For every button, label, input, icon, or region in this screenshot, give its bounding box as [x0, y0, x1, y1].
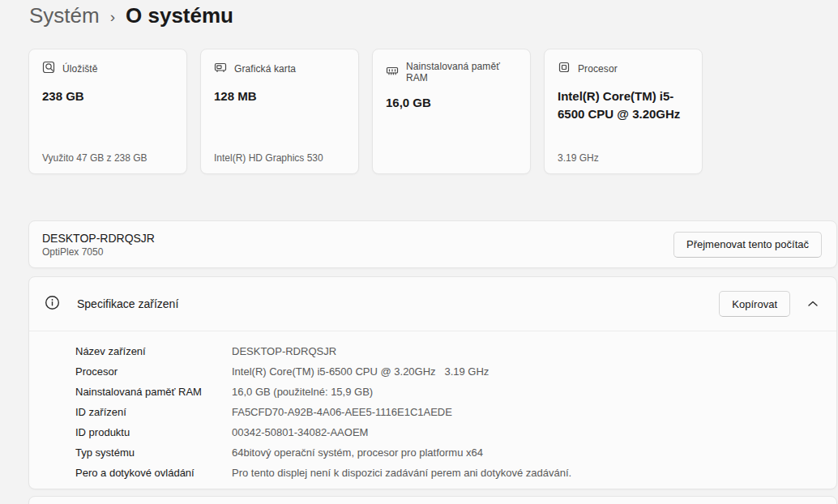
processor-card-label: Procesor — [578, 63, 618, 75]
graphics-card-label: Grafická karta — [234, 63, 296, 75]
settings-about-page: Systém › O systému Úložiště 238 GB Využi… — [0, 0, 838, 504]
device-specs-expander: Specifikace zařízení Kopírovat Název zař… — [28, 276, 837, 489]
spec-label: Procesor — [75, 365, 232, 378]
spec-value: DESKTOP-RDRQSJR — [232, 345, 336, 357]
spec-label: ID produktu — [75, 426, 232, 438]
spec-value: FA5CFD70-A92B-4A06-AEE5-1116E1C1AEDE — [232, 406, 452, 418]
spec-value: 00342-50801-34082-AAOEM — [232, 426, 368, 438]
storage-card[interactable]: Úložiště 238 GB Využito 47 GB z 238 GB — [28, 49, 187, 174]
graphics-card[interactable]: Grafická karta 128 MB Intel(R) HD Graphi… — [200, 49, 359, 174]
device-specs-title: Specifikace zařízení — [77, 297, 178, 310]
spec-label: Název zařízení — [75, 345, 232, 357]
rename-pc-button[interactable]: Přejmenovat tento počítač — [673, 232, 822, 258]
copy-button[interactable]: Kopírovat — [719, 291, 790, 317]
device-specs-body: Název zařízení DESKTOP-RDRQSJR Procesor … — [29, 331, 836, 493]
chevron-up-icon[interactable] — [804, 297, 822, 311]
spec-row-product-id: ID produktu 00342-50801-34082-AAOEM — [75, 422, 836, 442]
breadcrumb: Systém › O systému — [29, 3, 233, 28]
ram-card[interactable]: Nainstalovaná paměť RAM 16,0 GB — [372, 49, 531, 174]
ram-icon — [386, 64, 399, 80]
processor-card[interactable]: Procesor Intel(R) Core(TM) i5-6500 CPU @… — [544, 49, 703, 174]
storage-card-label: Úložiště — [62, 63, 97, 75]
spec-label: Pero a dotykové ovládání — [75, 467, 232, 479]
breadcrumb-system[interactable]: Systém — [29, 3, 100, 28]
ram-card-label: Nainstalovaná paměť RAM — [406, 61, 517, 83]
cpu-icon — [558, 61, 571, 77]
device-model: OptiPlex 7050 — [42, 246, 155, 258]
spec-value: Intel(R) Core(TM) i5-6500 CPU @ 3.20GHz … — [232, 365, 489, 378]
spec-row-system-type: Typ systému 64bitový operační systém, pr… — [75, 442, 836, 463]
info-icon — [45, 295, 60, 314]
spec-label: Nainstalovaná paměť RAM — [75, 386, 232, 398]
graphics-card-value: 128 MB — [214, 88, 345, 105]
storage-icon — [42, 61, 55, 77]
spec-row-device-name: Název zařízení DESKTOP-RDRQSJR — [75, 341, 836, 361]
chevron-right-icon: › — [110, 8, 115, 26]
processor-card-value: Intel(R) Core(TM) i5-6500 CPU @ 3.20GHz — [558, 88, 689, 123]
spec-value: Pro tento displej není k dispozici zadáv… — [232, 467, 571, 479]
spec-row-ram: Nainstalovaná paměť RAM 16,0 GB (použite… — [75, 382, 836, 402]
ram-card-value: 16,0 GB — [386, 94, 517, 112]
device-name-card: DESKTOP-RDRQSJR OptiPlex 7050 Přejmenova… — [28, 220, 837, 268]
spec-row-device-id: ID zařízení FA5CFD70-A92B-4A06-AEE5-1116… — [75, 402, 836, 422]
storage-card-value: 238 GB — [42, 88, 173, 105]
processor-card-footer: 3.19 GHz — [558, 152, 689, 164]
next-section-card[interactable] — [28, 496, 837, 504]
device-specs-header[interactable]: Specifikace zařízení Kopírovat — [29, 277, 836, 331]
gpu-icon — [214, 61, 227, 77]
spec-label: ID zařízení — [75, 406, 232, 418]
spec-row-processor: Procesor Intel(R) Core(TM) i5-6500 CPU @… — [75, 361, 836, 382]
storage-card-footer: Využito 47 GB z 238 GB — [42, 152, 173, 164]
spec-row-pen-touch: Pero a dotykové ovládání Pro tento displ… — [75, 463, 836, 483]
graphics-card-footer: Intel(R) HD Graphics 530 — [214, 152, 345, 164]
summary-cards-row: Úložiště 238 GB Využito 47 GB z 238 GB G… — [28, 49, 703, 174]
spec-value: 16,0 GB (použitelné: 15,9 GB) — [232, 386, 373, 398]
spec-label: Typ systému — [75, 446, 232, 459]
spec-value: 64bitový operační systém, procesor pro p… — [232, 446, 483, 459]
device-name: DESKTOP-RDRQSJR — [42, 232, 155, 245]
page-title: O systému — [126, 3, 233, 28]
